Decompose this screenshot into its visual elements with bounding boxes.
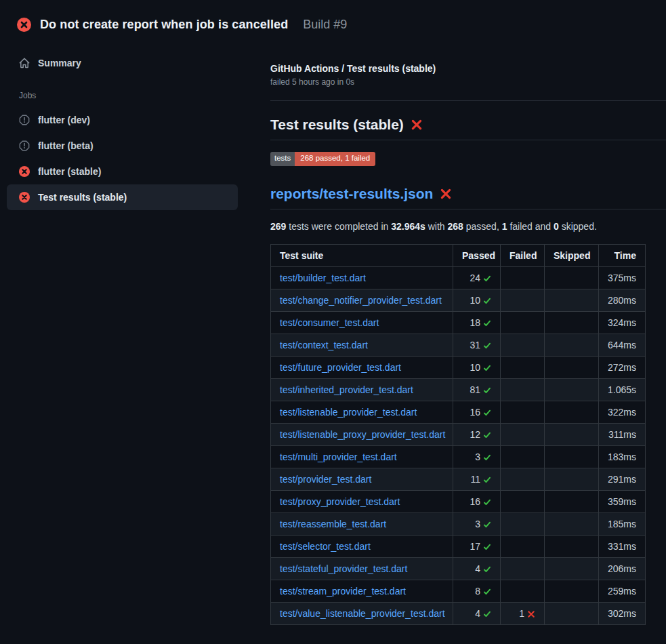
skipped-cell: [545, 445, 599, 468]
passed-cell: 3: [453, 512, 501, 535]
report-file-link[interactable]: reports/test-results.json: [270, 186, 433, 202]
suite-link[interactable]: test/builder_test.dart: [280, 273, 366, 283]
suite-link[interactable]: test/context_test.dart: [280, 340, 368, 350]
run-title: Do not create report when job is cancell…: [40, 18, 288, 32]
failed-cell: [501, 266, 545, 289]
suite-link[interactable]: test/reassemble_test.dart: [280, 519, 386, 529]
suite-link[interactable]: test/stateful_provider_test.dart: [280, 563, 407, 574]
passed-cell: 4: [453, 557, 501, 580]
failed-x-icon: [440, 188, 452, 200]
check-icon: [483, 386, 491, 395]
time-cell: 322ms: [599, 401, 646, 423]
passed-cell: 81: [453, 378, 501, 401]
summary-segment: 32.964s: [391, 221, 425, 232]
summary-segment: failed and: [507, 221, 554, 232]
table-row: test/consumer_test.dart18324ms: [271, 311, 646, 334]
report-file-heading: reports/test-results.json: [270, 186, 666, 209]
skipped-cell: [545, 334, 599, 356]
passed-cell: 10: [453, 356, 501, 378]
suite-link[interactable]: test/selector_test.dart: [280, 541, 371, 552]
suite-link[interactable]: test/inherited_provider_test.dart: [280, 384, 413, 395]
failed-x-icon: [411, 119, 423, 131]
tests-badge-label: tests: [270, 152, 295, 166]
check-icon: [483, 521, 491, 529]
test-results-table: Test suite Passed Failed Skipped Time te…: [270, 244, 646, 625]
summary-segment: 0: [554, 221, 559, 232]
divider: [270, 100, 666, 101]
passed-cell: 16: [453, 401, 501, 423]
time-cell: 324ms: [599, 311, 646, 334]
skipped-cell: [545, 423, 599, 445]
check-icon: [483, 319, 491, 327]
skipped-cell: [545, 401, 599, 423]
table-row: test/reassemble_test.dart3185ms: [271, 512, 646, 535]
failed-cell: [501, 468, 545, 490]
passed-cell: 18: [453, 311, 501, 334]
col-test-suite: Test suite: [271, 244, 453, 266]
sidebar-item-job-1[interactable]: flutter (beta): [7, 133, 238, 159]
sidebar-item-job-3[interactable]: Test results (stable): [7, 184, 238, 210]
jobs-section-label: Jobs: [7, 91, 238, 100]
suite-link[interactable]: test/change_notifier_provider_test.dart: [280, 295, 442, 306]
failed-cell: [501, 490, 545, 512]
skipped-cell: [545, 580, 599, 602]
suite-link[interactable]: test/consumer_test.dart: [280, 317, 379, 328]
check-icon: [483, 431, 491, 439]
x-circle-icon: [17, 18, 31, 32]
failed-cell: [501, 557, 545, 580]
suite-link[interactable]: test/value_listenable_provider_test.dart: [280, 608, 445, 619]
sidebar-item-summary[interactable]: Summary: [7, 50, 238, 76]
summary-segment: passed,: [463, 221, 502, 232]
sidebar-item-job-0[interactable]: flutter (dev): [7, 107, 238, 133]
table-row: test/listenable_proxy_provider_test.dart…: [271, 423, 646, 445]
summary-line: 269 tests were completed in 32.964s with…: [270, 221, 666, 232]
summary-segment: 268: [448, 221, 463, 232]
passed-cell: 24: [453, 266, 501, 289]
time-cell: 185ms: [599, 512, 646, 535]
suite-link[interactable]: test/provider_test.dart: [280, 474, 371, 485]
time-cell: 280ms: [599, 289, 646, 311]
time-cell: 291ms: [599, 468, 646, 490]
passed-cell: 4: [453, 602, 501, 624]
suite-link[interactable]: test/stream_provider_test.dart: [280, 586, 406, 597]
stop-icon: [19, 115, 30, 125]
table-row: test/proxy_provider_test.dart16359ms: [271, 490, 646, 512]
failed-cell: [501, 378, 545, 401]
suite-link[interactable]: test/listenable_provider_test.dart: [280, 407, 417, 418]
col-time: Time: [599, 244, 646, 266]
skipped-cell: [545, 557, 599, 580]
x-circle-icon: [19, 192, 30, 203]
passed-cell: 31: [453, 334, 501, 356]
breadcrumb: GitHub Actions / Test results (stable): [270, 63, 666, 74]
table-row: test/future_provider_test.dart10272ms: [271, 356, 646, 378]
table-row: test/value_listenable_provider_test.dart…: [271, 602, 646, 624]
suite-link[interactable]: test/future_provider_test.dart: [280, 362, 401, 373]
skipped-cell: [545, 512, 599, 535]
check-icon: [483, 297, 491, 305]
time-cell: 1.065s: [599, 378, 646, 401]
sidebar-item-job-2[interactable]: flutter (stable): [7, 159, 238, 184]
x-circle-icon: [19, 166, 30, 177]
time-cell: 359ms: [599, 490, 646, 512]
suite-link[interactable]: test/listenable_proxy_provider_test.dart: [280, 429, 445, 440]
main-content: GitHub Actions / Test results (stable) f…: [270, 38, 666, 625]
check-icon: [483, 498, 491, 506]
check-icon: [483, 454, 491, 462]
stop-icon: [19, 140, 30, 151]
sidebar-item-label: Test results (stable): [38, 192, 127, 203]
failed-cell: [501, 334, 545, 356]
home-icon: [19, 58, 30, 68]
run-meta: failed 5 hours ago in 0s: [270, 77, 666, 87]
table-row: test/selector_test.dart17331ms: [271, 535, 646, 557]
run-header: Do not create report when job is cancell…: [0, 0, 666, 38]
table-row: test/context_test.dart31644ms: [271, 334, 646, 356]
suite-link[interactable]: test/multi_provider_test.dart: [280, 451, 397, 462]
sidebar: Summary Jobs flutter (dev)flutter (beta)…: [0, 38, 270, 210]
passed-cell: 3: [453, 445, 501, 468]
jobs-list: flutter (dev)flutter (beta)flutter (stab…: [7, 107, 238, 210]
skipped-cell: [545, 490, 599, 512]
sidebar-item-label: flutter (beta): [38, 140, 93, 151]
suite-link[interactable]: test/proxy_provider_test.dart: [280, 496, 400, 507]
skipped-cell: [545, 378, 599, 401]
sidebar-summary-label: Summary: [38, 58, 81, 68]
